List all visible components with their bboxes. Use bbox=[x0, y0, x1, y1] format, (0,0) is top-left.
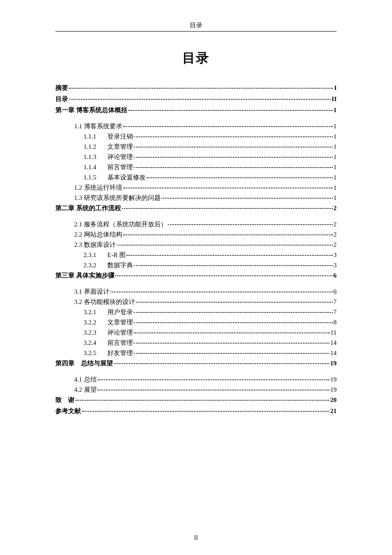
toc-label: 1.1.3评论管理 bbox=[84, 153, 133, 161]
toc-entry: 第四章 总结与展望19 bbox=[55, 359, 337, 367]
toc-leader-dots bbox=[98, 379, 330, 380]
toc-text: 好友管理 bbox=[107, 350, 133, 356]
page-number: II bbox=[0, 535, 392, 541]
toc-leader-dots bbox=[98, 390, 330, 390]
toc-page: 1 bbox=[334, 194, 337, 202]
toc-spacer bbox=[55, 283, 337, 288]
toc-entry: 第一章 博客系统总体概括1 bbox=[55, 106, 337, 114]
toc-spacer bbox=[55, 117, 337, 122]
toc-page: 1 bbox=[334, 123, 337, 130]
toc-leader-dots bbox=[134, 167, 333, 168]
toc-entry: 1.1.5基本设置修改1 bbox=[55, 173, 337, 182]
toc-page: 2 bbox=[334, 231, 337, 238]
toc-page: 1 bbox=[334, 153, 337, 161]
toc-page: I bbox=[334, 84, 337, 92]
toc-page: 3 bbox=[334, 262, 337, 269]
toc-leader-dots bbox=[123, 234, 333, 235]
toc-page: 11 bbox=[331, 329, 337, 336]
toc-label: 1.1.4留言管理 bbox=[84, 163, 133, 171]
toc-entry: 1.3 研究该系统所要解决的问题1 bbox=[55, 194, 337, 202]
toc-label: 4.2 展望 bbox=[74, 386, 97, 394]
toc-label: 摘要 bbox=[55, 84, 68, 92]
toc-label: 第一章 博客系统总体概括 bbox=[55, 106, 127, 114]
toc-page: 1 bbox=[334, 174, 337, 181]
toc-entry: 目录II bbox=[55, 95, 337, 103]
toc-entry: 参考文献21 bbox=[55, 407, 337, 415]
toc-leader-dots bbox=[147, 177, 333, 178]
toc-text: 留言管理 bbox=[107, 164, 133, 171]
toc-entry: 3.1 界面设计6 bbox=[55, 288, 337, 296]
toc-entry: 致 谢20 bbox=[55, 396, 337, 404]
toc-entry: 1.1.4留言管理1 bbox=[55, 163, 337, 171]
toc-page: 3 bbox=[334, 251, 337, 259]
running-header: 目录 bbox=[55, 21, 337, 29]
toc-label: 3.2.5好友管理 bbox=[84, 349, 133, 357]
toc-page: 20 bbox=[330, 396, 337, 404]
toc-label: 1.1.5基本设置修改 bbox=[84, 173, 146, 182]
toc-entry: 3.2.1用户登录7 bbox=[55, 308, 337, 316]
toc-page: 1 bbox=[334, 143, 337, 150]
toc-number: 3.2.1 bbox=[84, 309, 107, 316]
toc-number: 3.2.2 bbox=[84, 319, 107, 326]
toc-label: 参考文献 bbox=[55, 407, 81, 415]
toc-number: 1.1.4 bbox=[84, 164, 107, 171]
toc-text: 用户登录 bbox=[107, 309, 133, 315]
toc-text: 评论管理 bbox=[107, 153, 133, 160]
document-page: 目录 目录 摘要I目录II第一章 博客系统总体概括11.1 博客系统要求11.1… bbox=[0, 0, 392, 415]
toc-page: 14 bbox=[330, 350, 337, 357]
toc-text: 数据字典 bbox=[107, 262, 133, 269]
toc-leader-dots bbox=[115, 275, 333, 276]
toc-page: 1 bbox=[334, 184, 337, 191]
toc-leader-dots bbox=[117, 245, 333, 246]
toc-number: 1.1.1 bbox=[84, 133, 107, 140]
toc-label: 1.1 博客系统要求 bbox=[74, 122, 122, 130]
toc-label: 2.3 数据库设计 bbox=[74, 241, 116, 249]
toc-entry: 4.2 展望19 bbox=[55, 386, 337, 394]
toc-page: 6 bbox=[334, 272, 337, 279]
toc-entry: 2.3.1E-R 图3 bbox=[55, 251, 337, 259]
toc-label: 3.2.3评论管理 bbox=[84, 329, 133, 337]
toc-number: 1.1.3 bbox=[84, 153, 107, 161]
toc-number: 2.3.2 bbox=[84, 262, 107, 269]
toc-leader-dots bbox=[136, 302, 333, 303]
toc-label: 3.2.4留言管理 bbox=[84, 339, 133, 347]
toc-entry: 3.2.4留言管理14 bbox=[55, 339, 337, 347]
toc-label: 1.2 系统运行环境 bbox=[74, 184, 122, 192]
toc-label: 4.1 总结 bbox=[74, 376, 97, 384]
toc-page: 19 bbox=[330, 386, 337, 393]
toc-page: 1 bbox=[334, 133, 337, 140]
toc-page: 6 bbox=[334, 288, 337, 295]
toc-entry: 第三章 具体实施步骤6 bbox=[55, 272, 337, 280]
toc-leader-dots bbox=[127, 255, 333, 256]
toc-leader-dots bbox=[161, 198, 333, 199]
toc-leader-dots bbox=[134, 147, 333, 147]
toc-entry: 摘要I bbox=[55, 84, 337, 92]
toc-number: 3.2.3 bbox=[84, 329, 107, 336]
toc-label: 1.1.2文章管理 bbox=[84, 143, 133, 151]
toc-label: 3.2 各功能模块的设计 bbox=[74, 298, 135, 306]
toc-entry: 3.2 各功能模块的设计7 bbox=[55, 298, 337, 306]
toc-label: 2.3.2数据字典 bbox=[84, 261, 133, 269]
toc-entry: 1.2 系统运行环境1 bbox=[55, 184, 337, 192]
toc-page: 21 bbox=[330, 408, 337, 415]
toc-page: 1 bbox=[334, 164, 337, 171]
toc-page: 2 bbox=[334, 241, 337, 249]
toc-leader-dots bbox=[134, 332, 330, 333]
toc-entry: 2.3.2数据字典3 bbox=[55, 261, 337, 269]
toc-leader-dots bbox=[134, 265, 333, 266]
toc-entry: 1.1.1登录注销1 bbox=[55, 133, 337, 141]
toc-leader-dots bbox=[122, 208, 333, 209]
toc-spacer bbox=[55, 370, 337, 376]
toc-text: 登录注销 bbox=[107, 133, 133, 140]
toc-label: 3.2.1用户登录 bbox=[84, 308, 133, 316]
toc-page: 7 bbox=[334, 309, 337, 316]
toc-label: 2.3.1E-R 图 bbox=[84, 251, 126, 259]
toc-text: 评论管理 bbox=[107, 329, 133, 336]
toc-leader-dots bbox=[134, 353, 329, 354]
toc-leader-dots bbox=[69, 99, 331, 100]
toc-entry: 2.3 数据库设计2 bbox=[55, 241, 337, 249]
toc-entry: 2.2 网站总体结构2 bbox=[55, 231, 337, 239]
toc-label: 第二章 系统的工作流程 bbox=[55, 204, 121, 212]
toc-number: 1.1.2 bbox=[84, 143, 107, 150]
toc-page: 19 bbox=[330, 360, 337, 367]
